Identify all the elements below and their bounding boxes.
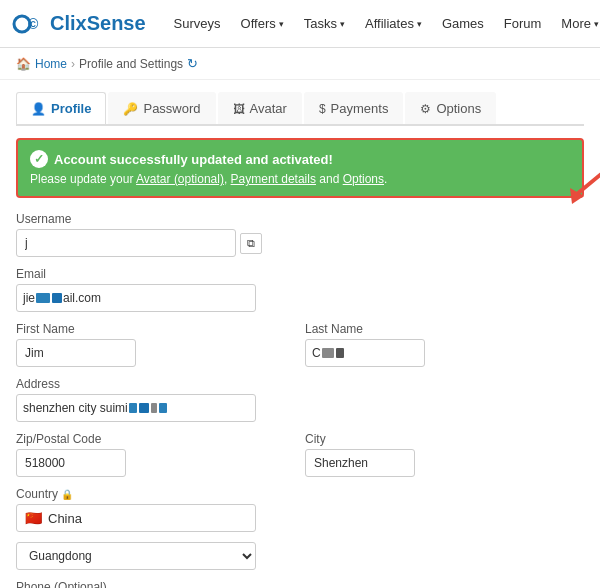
city-label: City [305, 432, 584, 446]
alert-body: Please update your Avatar (optional), Pa… [30, 172, 570, 186]
phone-optional-text: (Optional) [54, 580, 107, 588]
profile-tab-icon: 👤 [31, 102, 46, 116]
check-circle-icon: ✓ [30, 150, 48, 168]
email-text2: ail.com [63, 291, 101, 305]
name-row: First Name Last Name C [16, 322, 584, 377]
phone-group: Phone (Optional) +86 1 ✎ [16, 580, 584, 588]
nav-offers[interactable]: Offers ▾ [233, 12, 292, 35]
alert-title-text: Account successfully updated and activat… [54, 152, 333, 167]
address-group: Address shenzhen city suimi [16, 377, 584, 422]
country-value: China [48, 511, 82, 526]
alert-body-middle: , [224, 172, 231, 186]
home-icon: 🏠 [16, 57, 31, 71]
svg-line-2 [577, 161, 600, 194]
navbar: © ClixSense Surveys Offers ▾ Tasks ▾ Aff… [0, 0, 600, 48]
payments-tab-icon: $ [319, 102, 326, 116]
email-display: jie [23, 291, 35, 305]
alert-body-suffix: . [384, 172, 387, 186]
avatar-tab-icon: 🖼 [233, 102, 245, 116]
addr-p3 [151, 403, 157, 413]
username-input[interactable] [16, 229, 236, 257]
tab-avatar[interactable]: 🖼 Avatar [218, 92, 302, 124]
tab-options[interactable]: ⚙ Options [405, 92, 496, 124]
city-group: City [305, 432, 584, 477]
country-group: Country 🔒 🇨🇳 China [16, 487, 584, 532]
email-pixel1 [36, 293, 50, 303]
alert-avatar-link[interactable]: Avatar (optional) [136, 172, 224, 186]
breadcrumb-current: Profile and Settings [79, 57, 183, 71]
nav-games[interactable]: Games [434, 12, 492, 35]
state-select[interactable]: Guangdong [16, 542, 256, 570]
nav-affiliates[interactable]: Affiliates ▾ [357, 12, 430, 35]
lastname-label: Last Name [305, 322, 584, 336]
phone-label: Phone (Optional) [16, 580, 584, 588]
tasks-caret-icon: ▾ [340, 19, 345, 29]
zip-input[interactable] [16, 449, 126, 477]
tab-password[interactable]: 🔑 Password [108, 92, 215, 124]
nav-tasks[interactable]: Tasks ▾ [296, 12, 353, 35]
email-group: Email jie ail.com [16, 267, 584, 312]
tab-password-label: Password [143, 101, 200, 116]
country-flag: 🇨🇳 [25, 510, 42, 526]
tab-profile[interactable]: 👤 Profile [16, 92, 106, 124]
alert-options-link[interactable]: Options [343, 172, 384, 186]
affiliates-caret-icon: ▾ [417, 19, 422, 29]
more-caret-icon: ▾ [594, 19, 599, 29]
nav-surveys[interactable]: Surveys [166, 12, 229, 35]
firstname-input[interactable] [16, 339, 136, 367]
address-text: shenzhen city suimi [23, 401, 128, 415]
country-label: Country 🔒 [16, 487, 584, 501]
tabs-bar: 👤 Profile 🔑 Password 🖼 Avatar $ Payments… [16, 92, 584, 126]
nav-more[interactable]: More ▾ [553, 12, 600, 35]
main-content: 👤 Profile 🔑 Password 🖼 Avatar $ Payments… [0, 80, 600, 588]
success-alert: ✓ Account successfully updated and activ… [16, 138, 584, 198]
zip-city-row: Zip/Postal Code City [16, 432, 584, 487]
lastname-group: Last Name C [305, 322, 584, 367]
firstname-label: First Name [16, 322, 295, 336]
brand-logo-icon: © [12, 8, 44, 40]
username-group: Username ⧉ [16, 212, 584, 257]
tab-avatar-label: Avatar [250, 101, 287, 116]
addr-p2 [139, 403, 149, 413]
brand-name: ClixSense [50, 12, 146, 35]
lastname-pixel2 [336, 348, 344, 358]
lock-icon: 🔒 [61, 489, 73, 500]
alert-title: ✓ Account successfully updated and activ… [30, 150, 570, 168]
state-group: Guangdong [16, 542, 584, 570]
alert-payment-link[interactable]: Payment details [231, 172, 316, 186]
refresh-icon[interactable]: ↻ [187, 56, 198, 71]
address-label: Address [16, 377, 584, 391]
tab-profile-label: Profile [51, 101, 91, 116]
city-input[interactable] [305, 449, 415, 477]
zip-group: Zip/Postal Code [16, 432, 295, 477]
addr-p1 [129, 403, 137, 413]
offers-caret-icon: ▾ [279, 19, 284, 29]
email-label: Email [16, 267, 584, 281]
lastname-pixel1 [322, 348, 334, 358]
firstname-group: First Name [16, 322, 295, 367]
breadcrumb-home[interactable]: Home [35, 57, 67, 71]
zip-label: Zip/Postal Code [16, 432, 295, 446]
svg-marker-3 [570, 188, 584, 204]
password-tab-icon: 🔑 [123, 102, 138, 116]
brand[interactable]: © ClixSense [12, 8, 146, 40]
tab-payments[interactable]: $ Payments [304, 92, 404, 124]
alert-body-and: and [316, 172, 343, 186]
tab-options-label: Options [436, 101, 481, 116]
options-tab-icon: ⚙ [420, 102, 431, 116]
country-field: 🇨🇳 China [16, 504, 256, 532]
email-pixel2 [52, 293, 62, 303]
addr-p4 [159, 403, 167, 413]
lastname-prefix: C [312, 346, 321, 360]
svg-text:©: © [28, 16, 39, 32]
profile-form: Username ⧉ Email jie ail.com First Name [16, 212, 584, 588]
nav-links: Surveys Offers ▾ Tasks ▾ Affiliates ▾ Ga… [166, 12, 600, 35]
breadcrumb-separator: › [71, 57, 75, 71]
breadcrumb: 🏠 Home › Profile and Settings ↻ [0, 48, 600, 80]
tab-payments-label: Payments [331, 101, 389, 116]
username-copy-icon[interactable]: ⧉ [240, 233, 262, 254]
alert-body-prefix: Please update your [30, 172, 136, 186]
nav-forum[interactable]: Forum [496, 12, 550, 35]
username-label: Username [16, 212, 584, 226]
